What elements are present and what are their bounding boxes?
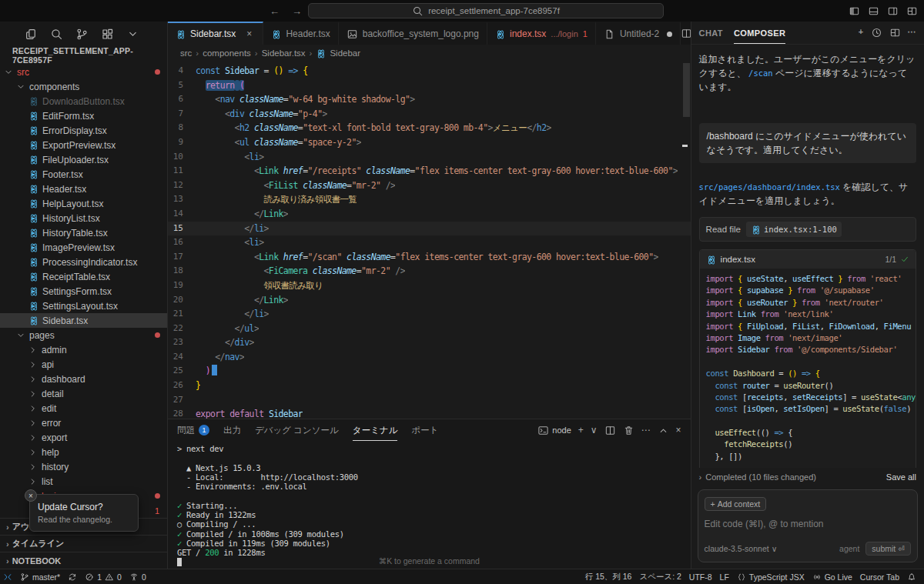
update-notification[interactable]: × Update Cursor? Read the changelog. <box>29 494 139 532</box>
tab-chat[interactable]: CHAT <box>699 22 723 44</box>
cursor-position[interactable]: 行 15、列 16 <box>585 572 632 582</box>
tree-item-edit[interactable]: edit <box>0 401 167 415</box>
toggle-secondary-sidebar-icon[interactable] <box>887 5 899 17</box>
tab-composer[interactable]: COMPOSER <box>734 22 785 44</box>
panel-tab-[interactable]: 問題1 <box>177 419 209 441</box>
tree-item-settingsform-tsx[interactable]: SettingsForm.tsx <box>0 284 167 299</box>
panel-tab-[interactable]: ターミナル <box>353 419 398 441</box>
inline-code-link[interactable]: src/pages/dashboard/index.tsx <box>699 182 840 192</box>
sidebar-section-[interactable]: ›タイムライン <box>0 535 167 552</box>
customize-layout-icon[interactable] <box>906 5 918 17</box>
inline-code-link[interactable]: /scan <box>748 68 773 78</box>
code-diff-card[interactable]: index.tsx 1/1 import { useState, useEffe… <box>699 249 916 468</box>
tree-item-footer-tsx[interactable]: Footer.tsx <box>0 167 167 182</box>
encoding[interactable]: UTF-8 <box>689 572 712 582</box>
git-branch-status[interactable]: master* <box>20 572 60 582</box>
editor-tab-backoffice-system-logo-png[interactable]: backoffice_system_logo.png <box>339 22 487 45</box>
close-panel-icon[interactable]: × <box>676 425 681 435</box>
command-center-search[interactable]: receipt_settlement_app-7ce8957f <box>308 3 664 18</box>
tree-item-historylist-tsx[interactable]: HistoryList.tsx <box>0 211 167 225</box>
editor-tab-header-tsx[interactable]: Header.tsx <box>263 22 338 45</box>
problems-status[interactable]: 1 0 <box>85 572 122 582</box>
terminal-instance[interactable]: node <box>537 425 571 436</box>
open-editor-icon[interactable] <box>889 27 901 38</box>
tree-item-settingslayout-tsx[interactable]: SettingsLayout.tsx <box>0 299 167 313</box>
tree-item-historytable-tsx[interactable]: HistoryTable.tsx <box>0 225 167 240</box>
editor-tab-untitled-2[interactable]: Untitled-2 <box>596 22 681 45</box>
tree-item-detail[interactable]: detail <box>0 386 167 401</box>
save-all-button[interactable]: Save all <box>886 472 916 482</box>
submit-button[interactable]: submit ⏎ <box>865 542 911 556</box>
panel-tab-[interactable]: 出力 <box>223 419 241 441</box>
close-icon[interactable]: × <box>243 28 255 40</box>
tree-item-receipttable-tsx[interactable]: ReceiptTable.tsx <box>0 269 167 284</box>
split-editor-icon[interactable] <box>681 28 690 39</box>
cursor-tab-toggle[interactable]: Cursor Tab <box>860 572 899 582</box>
workspace-root[interactable]: RECEIPT_SETTLEMENT_APP-7CE8957F <box>0 46 167 65</box>
tree-item-header-tsx[interactable]: Header.tsx <box>0 182 167 196</box>
kill-terminal-icon[interactable] <box>623 425 634 436</box>
tree-item-api[interactable]: api <box>0 357 167 372</box>
tree-item-src[interactable]: src <box>0 65 167 79</box>
terminal-more-icon[interactable]: ⋯ <box>641 425 651 435</box>
sidebar-section-notebook[interactable]: ›NOTEBOOK <box>0 552 167 569</box>
language-mode[interactable]: TypeScript JSX <box>737 572 805 582</box>
add-context-button[interactable]: + Add context <box>705 497 767 511</box>
tree-item-errordisplay-tsx[interactable]: ErrorDisplay.tsx <box>0 123 167 138</box>
explorer-icon[interactable] <box>25 28 38 41</box>
tree-item-fileuploader-tsx[interactable]: FileUploader.tsx <box>0 152 167 167</box>
notification-body[interactable]: Read the changelog. <box>38 515 130 524</box>
tree-item-sidebar-tsx[interactable]: Sidebar.tsx <box>0 313 167 328</box>
editor-tab-index-tsx[interactable]: index.tsx.../login1 <box>487 22 596 45</box>
sync-status[interactable] <box>68 572 77 582</box>
tree-item-editform-tsx[interactable]: EditForm.tsx <box>0 108 167 123</box>
toggle-panel-icon[interactable] <box>868 5 879 17</box>
tree-item-admin[interactable]: admin <box>0 342 167 357</box>
more-views-chevron-icon[interactable] <box>126 28 139 41</box>
search-view-icon[interactable] <box>50 28 63 41</box>
breadcrumb-item-src[interactable]: src <box>180 48 192 58</box>
agent-mode-label[interactable]: agent <box>839 544 859 553</box>
tree-item-export[interactable]: export <box>0 430 167 445</box>
eol-sequence[interactable]: LF <box>720 572 729 582</box>
extensions-icon[interactable] <box>101 28 114 41</box>
tree-item-list[interactable]: list <box>0 474 167 489</box>
tree-item-pages[interactable]: pages <box>0 328 167 342</box>
history-icon[interactable] <box>871 27 882 38</box>
terminal-output[interactable]: > next dev ▲ Next.js 15.0.3 - Local: htt… <box>168 441 691 569</box>
tree-item-processingindicator-tsx[interactable]: ProcessingIndicator.tsx <box>0 255 167 269</box>
tool-call-read-file[interactable]: Read file index.tsx:1-100 <box>699 217 916 242</box>
panel-tab-[interactable]: ポート <box>411 419 438 441</box>
tree-item-helplayout-tsx[interactable]: HelpLayout.tsx <box>0 196 167 211</box>
code-card-header[interactable]: index.tsx 1/1 <box>700 250 916 269</box>
tree-item-exportpreview-tsx[interactable]: ExportPreview.tsx <box>0 138 167 152</box>
editor-tab-sidebar-tsx[interactable]: Sidebar.tsx× <box>168 22 263 45</box>
split-terminal-icon[interactable] <box>604 425 616 436</box>
remote-indicator[interactable] <box>3 572 12 582</box>
new-chat-icon[interactable]: + <box>859 27 864 38</box>
indentation[interactable]: スペース: 2 <box>639 572 681 582</box>
composer-box[interactable]: + Add context Edit code (⌘I), @ to menti… <box>698 489 918 562</box>
go-live-button[interactable]: Go Live <box>812 572 852 582</box>
tree-item-help[interactable]: help <box>0 445 167 459</box>
breadcrumb-item-components[interactable]: components <box>203 48 251 58</box>
tree-item-history[interactable]: history <box>0 459 167 474</box>
terminal-dropdown-icon[interactable]: ∨ <box>591 425 598 435</box>
ports-status[interactable]: 0 <box>129 572 146 582</box>
breadcrumb-item-sidebar[interactable]: Sidebar <box>316 48 360 58</box>
tree-item-components[interactable]: components <box>0 79 167 94</box>
tree-item-downloadbutton-tsx[interactable]: DownloadButton.tsx <box>0 94 167 108</box>
source-control-icon[interactable] <box>75 28 89 41</box>
code-editor[interactable]: 4const Sidebar = () => {5 return (6 <nav… <box>168 62 691 419</box>
new-terminal-icon[interactable]: + <box>578 425 584 435</box>
maximize-panel-icon[interactable] <box>658 425 669 436</box>
breadcrumb-item-sidebar-tsx[interactable]: Sidebar.tsx <box>262 48 306 58</box>
file-chip[interactable]: index.tsx:1-100 <box>746 222 842 237</box>
chat-more-icon[interactable]: ⋯ <box>908 27 916 38</box>
editor-scrollbar[interactable] <box>683 63 690 117</box>
expand-chevron-icon[interactable]: › <box>699 472 702 482</box>
model-picker[interactable]: claude-3.5-sonnet ∨ <box>705 544 778 553</box>
panel-tab-[interactable]: デバッグ コンソール <box>255 419 339 441</box>
back-icon[interactable]: ← <box>270 5 280 17</box>
notifications-bell[interactable] <box>907 572 916 582</box>
